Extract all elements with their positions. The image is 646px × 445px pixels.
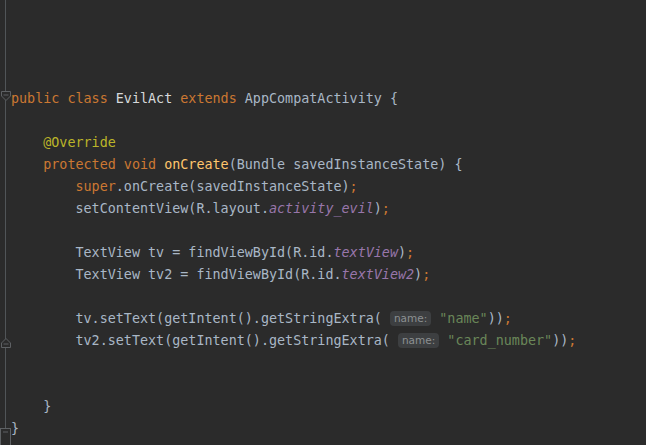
code-line[interactable]: @Override (11, 132, 576, 154)
code-token: "name" (439, 311, 487, 326)
code-token: EvilAct (116, 91, 181, 106)
code-token: extends (180, 91, 245, 106)
code-line[interactable]: } (11, 418, 576, 440)
code-token: ; (568, 333, 576, 348)
code-token: tv2.setText(getIntent().getStringExtra( (11, 333, 398, 348)
code-token: textView2 (342, 267, 415, 282)
code-line[interactable]: protected void onCreate(Bundle savedInst… (11, 154, 576, 176)
parameter-name-hint[interactable]: name: (398, 333, 439, 348)
code-line[interactable]: super.onCreate(savedInstanceState); (11, 176, 576, 198)
code-token: textView (333, 245, 398, 260)
code-token: activity_evil (269, 201, 374, 216)
code-token: ; (422, 267, 430, 282)
code-token: ; (350, 179, 358, 194)
code-line[interactable]: TextView tv2 = findViewById(R.id.textVie… (11, 264, 576, 286)
code-token: protected void (43, 157, 164, 172)
code-token: (Bundle savedInstanceState) { (229, 157, 463, 172)
code-token: ; (382, 201, 390, 216)
code-line[interactable] (11, 286, 576, 308)
code-token: } (11, 421, 19, 436)
code-line[interactable] (11, 110, 576, 132)
code-line[interactable] (11, 374, 576, 396)
code-token: TextView tv2 = findViewById(R.id. (11, 267, 342, 282)
code-token: "card_number" (447, 333, 552, 348)
parameter-name-hint[interactable]: name: (390, 311, 431, 326)
code-token: ; (406, 245, 414, 260)
code-token (11, 135, 43, 150)
code-token: ; (504, 311, 512, 326)
code-token: TextView tv = findViewById(R.id. (11, 245, 333, 260)
code-token: )) (552, 333, 568, 348)
code-token (11, 179, 76, 194)
code-line[interactable]: public class EvilAct extends AppCompatAc… (11, 88, 576, 110)
code-line[interactable]: TextView tv = findViewById(R.id.textView… (11, 242, 576, 264)
code-token: AppCompatActivity { (245, 91, 398, 106)
code-line[interactable]: tv2.setText(getIntent().getStringExtra( … (11, 330, 576, 352)
code-line[interactable] (11, 220, 576, 242)
code-token: @Override (43, 135, 116, 150)
code-token: ) (398, 245, 406, 260)
code-token: onCreate (164, 157, 229, 172)
code-token: tv.setText(getIntent().getStringExtra( (11, 311, 390, 326)
code-token: ) (414, 267, 422, 282)
code-token: ) (374, 201, 382, 216)
code-token (11, 157, 43, 172)
fold-scope-line (5, 0, 6, 445)
code-token: } (11, 399, 51, 414)
code-line[interactable]: tv.setText(getIntent().getStringExtra( n… (11, 308, 576, 330)
code-line[interactable]: setContentView(R.layout.activity_evil); (11, 198, 576, 220)
code-token: setContentView(R.layout. (11, 201, 269, 216)
code-line[interactable] (11, 352, 576, 374)
code-line[interactable]: } (11, 396, 576, 418)
code-token: )) (488, 311, 504, 326)
code-token: public class (11, 91, 116, 106)
code-editor[interactable]: public class EvilAct extends AppCompatAc… (0, 0, 646, 445)
code-token: .onCreate(savedInstanceState) (116, 179, 350, 194)
code-area[interactable]: public class EvilAct extends AppCompatAc… (11, 22, 576, 440)
code-token: super (76, 179, 116, 194)
